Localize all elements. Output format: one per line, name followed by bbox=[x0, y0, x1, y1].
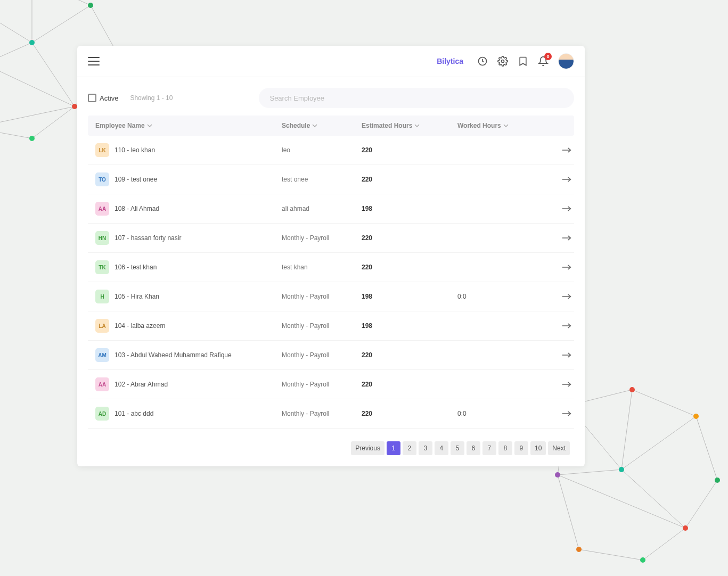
arrow-right-icon[interactable] bbox=[553, 293, 580, 300]
arrow-right-icon[interactable] bbox=[553, 234, 580, 242]
notif-count: 0 bbox=[544, 53, 552, 60]
estimated-cell: 220 bbox=[362, 146, 457, 154]
svg-point-46 bbox=[683, 525, 688, 531]
table-row[interactable]: H 105 - Hira Khan Monthly - Payroll 198 … bbox=[88, 282, 574, 311]
schedule-cell: test onee bbox=[282, 176, 362, 183]
page-prev[interactable]: Previous bbox=[351, 441, 385, 455]
table-row[interactable]: HN 107 - hassan forty nasir Monthly - Pa… bbox=[88, 224, 574, 253]
employee-name: 109 - test onee bbox=[114, 176, 157, 183]
table-row[interactable]: LA 104 - laiba azeem Monthly - Payroll 1… bbox=[88, 311, 574, 341]
table-row[interactable]: AM 103 - Abdul Waheed Muhammad Rafique M… bbox=[88, 341, 574, 370]
svg-point-20 bbox=[29, 40, 35, 45]
schedule-cell: Monthly - Payroll bbox=[282, 351, 362, 359]
header: Bilytica 0 bbox=[77, 46, 585, 77]
schedule-cell: Monthly - Payroll bbox=[282, 293, 362, 300]
page-1[interactable]: 1 bbox=[387, 441, 400, 455]
page-4[interactable]: 4 bbox=[435, 441, 448, 455]
arrow-right-icon[interactable] bbox=[553, 381, 580, 388]
page-6[interactable]: 6 bbox=[467, 441, 480, 455]
employee-badge: AA bbox=[95, 202, 109, 216]
svg-point-45 bbox=[640, 557, 645, 563]
svg-point-23 bbox=[72, 104, 77, 109]
col-name[interactable]: Employee Name bbox=[95, 122, 282, 129]
svg-line-34 bbox=[621, 470, 685, 528]
svg-point-48 bbox=[502, 60, 504, 63]
table-header: Employee Name Schedule Estimated Hours W… bbox=[88, 116, 574, 136]
schedule-cell: leo bbox=[282, 146, 362, 154]
employee-name: 106 - test khan bbox=[114, 264, 157, 271]
clock-icon[interactable] bbox=[477, 56, 488, 67]
page-next[interactable]: Next bbox=[548, 441, 570, 455]
bookmark-icon[interactable] bbox=[518, 56, 528, 67]
page-8[interactable]: 8 bbox=[498, 441, 512, 455]
schedule-cell: Monthly - Payroll bbox=[282, 410, 362, 417]
employee-table: Employee Name Schedule Estimated Hours W… bbox=[88, 116, 574, 429]
app-panel: Bilytica 0 Active Showing 1 - 10 bbox=[77, 46, 585, 466]
page-3[interactable]: 3 bbox=[419, 441, 432, 455]
bell-icon[interactable]: 0 bbox=[538, 56, 549, 67]
table-row[interactable]: LK 110 - leo khan leo 220 bbox=[88, 136, 574, 165]
employee-badge: LK bbox=[95, 143, 109, 157]
table-row[interactable]: TO 109 - test onee test onee 220 bbox=[88, 165, 574, 194]
arrow-right-icon[interactable] bbox=[553, 410, 580, 417]
svg-line-10 bbox=[32, 43, 75, 106]
employee-badge: H bbox=[95, 290, 109, 303]
col-estimated[interactable]: Estimated Hours bbox=[362, 122, 457, 129]
pagination: Previous 12345678910 Next bbox=[88, 429, 574, 455]
page-2[interactable]: 2 bbox=[403, 441, 416, 455]
search-input[interactable] bbox=[259, 88, 574, 108]
estimated-cell: 220 bbox=[362, 176, 457, 183]
svg-line-12 bbox=[0, 0, 32, 43]
arrow-right-icon[interactable] bbox=[553, 322, 580, 330]
svg-point-41 bbox=[715, 478, 720, 483]
svg-point-17 bbox=[88, 3, 93, 8]
estimated-cell: 198 bbox=[362, 322, 457, 330]
arrow-right-icon[interactable] bbox=[553, 264, 580, 271]
arrow-right-icon[interactable] bbox=[553, 351, 580, 359]
worked-cell: 0:0 bbox=[457, 293, 553, 300]
gear-icon[interactable] bbox=[497, 56, 508, 67]
col-schedule[interactable]: Schedule bbox=[282, 122, 362, 129]
employee-name: 105 - Hira Khan bbox=[114, 293, 159, 300]
estimated-cell: 220 bbox=[362, 234, 457, 242]
svg-point-44 bbox=[576, 547, 582, 552]
table-row[interactable]: AA 102 - Abrar Ahmad Monthly - Payroll 2… bbox=[88, 370, 574, 399]
filter-active[interactable]: Active bbox=[88, 94, 118, 102]
active-label: Active bbox=[100, 94, 118, 102]
arrow-right-icon[interactable] bbox=[553, 176, 580, 183]
active-checkbox[interactable] bbox=[88, 94, 96, 102]
page-9[interactable]: 9 bbox=[514, 441, 528, 455]
svg-point-22 bbox=[29, 136, 35, 141]
employee-name: 101 - abc ddd bbox=[114, 410, 153, 417]
estimated-cell: 198 bbox=[362, 205, 457, 212]
menu-icon[interactable] bbox=[88, 57, 100, 65]
showing-label: Showing 1 - 10 bbox=[130, 94, 173, 102]
table-row[interactable]: AA 108 - Ali Ahmad ali ahmad 198 bbox=[88, 194, 574, 224]
page-10[interactable]: 10 bbox=[530, 441, 546, 455]
employee-badge: TO bbox=[95, 172, 109, 186]
estimated-cell: 220 bbox=[362, 381, 457, 388]
svg-line-13 bbox=[0, 64, 75, 106]
svg-line-1 bbox=[32, 0, 91, 5]
svg-line-31 bbox=[579, 549, 643, 560]
brand-label: Bilytica bbox=[437, 57, 463, 65]
schedule-cell: test khan bbox=[282, 264, 362, 271]
arrow-right-icon[interactable] bbox=[553, 205, 580, 212]
schedule-cell: ali ahmad bbox=[282, 205, 362, 212]
svg-line-30 bbox=[558, 475, 579, 549]
schedule-cell: Monthly - Payroll bbox=[282, 381, 362, 388]
page-7[interactable]: 7 bbox=[482, 441, 496, 455]
page-5[interactable]: 5 bbox=[451, 441, 464, 455]
svg-line-25 bbox=[632, 390, 696, 416]
table-row[interactable]: AD 101 - abc ddd Monthly - Payroll 220 0… bbox=[88, 399, 574, 429]
employee-badge: TK bbox=[95, 260, 109, 274]
employee-name: 110 - leo khan bbox=[114, 146, 155, 154]
svg-line-4 bbox=[0, 43, 32, 64]
col-worked[interactable]: Worked Hours bbox=[457, 122, 553, 129]
table-row[interactable]: TK 106 - test khan test khan 220 bbox=[88, 253, 574, 282]
avatar[interactable] bbox=[558, 53, 574, 69]
arrow-right-icon[interactable] bbox=[553, 146, 580, 154]
employee-badge: LA bbox=[95, 319, 109, 333]
svg-point-42 bbox=[555, 472, 560, 478]
employee-name: 103 - Abdul Waheed Muhammad Rafique bbox=[114, 351, 232, 359]
